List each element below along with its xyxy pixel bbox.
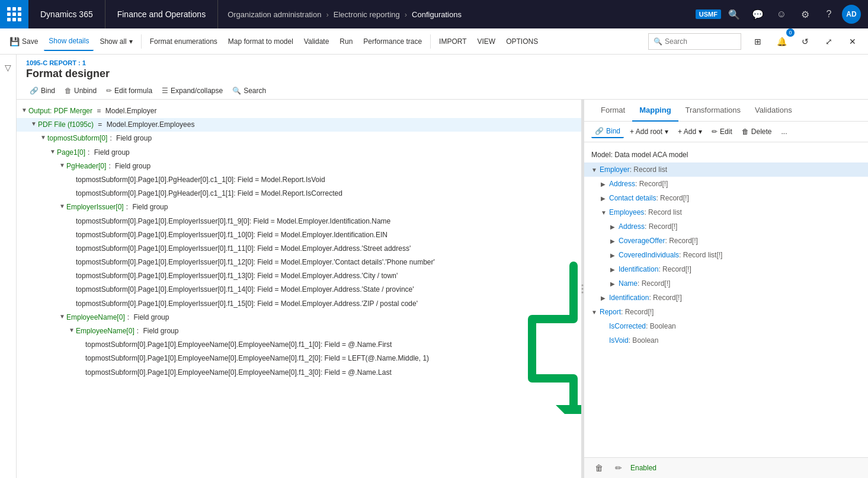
- save-button[interactable]: 💾 Save: [5, 32, 43, 51]
- model-node[interactable]: ▶Address: Record[!]: [584, 177, 868, 191]
- model-node[interactable]: ▼Employees: Record list: [584, 205, 868, 219]
- search-nav-button[interactable]: 🔍: [723, 4, 745, 25]
- tree-node[interactable]: topmostSubform[0].Page1[0].PgHeader[0].c…: [17, 173, 581, 187]
- tree-node[interactable]: ▼Page1[0]: Field group: [17, 146, 581, 160]
- edit-bottom-button[interactable]: ✏: [611, 461, 626, 474]
- delete-right-button[interactable]: 🗑 Delete: [738, 126, 776, 138]
- right-bind-button[interactable]: 🔗 Bind: [591, 125, 624, 138]
- tree-node[interactable]: topmostSubform[0].Page1[0].EmployerIssue…: [17, 215, 581, 228]
- unbind-button[interactable]: 🗑 Unbind: [61, 85, 100, 97]
- link-icon: 🔗: [30, 87, 39, 95]
- model-arrow-icon: ▶: [601, 194, 609, 203]
- expand-collapse-button[interactable]: ☰ Expand/collapse: [158, 85, 226, 97]
- breadcrumb-er[interactable]: Electronic reporting: [334, 10, 400, 19]
- performance-trace-button[interactable]: Performance trace: [358, 32, 427, 51]
- model-node[interactable]: IsVoid: Boolean: [584, 333, 868, 348]
- chat-button[interactable]: 💬: [747, 4, 768, 25]
- notification-count: 0: [786, 28, 795, 37]
- show-all-button[interactable]: Show all ▾: [95, 32, 137, 51]
- breadcrumb-configurations[interactable]: Configurations: [412, 10, 462, 19]
- right-panel: Format Mapping Transformations Validatio…: [584, 100, 868, 478]
- trash-right-icon: 🗑: [742, 128, 749, 136]
- model-node[interactable]: ▼Report: Record[!]: [584, 305, 868, 319]
- bind-button[interactable]: 🔗 Bind: [26, 85, 59, 97]
- close-window-icon[interactable]: ✕: [842, 31, 863, 52]
- right-panel-toolbar: 🔗 Bind + Add root ▾ + Add ▾ ✏ Edit: [584, 122, 868, 142]
- view-button[interactable]: VIEW: [473, 32, 501, 51]
- help-button[interactable]: ?: [818, 4, 840, 25]
- user-avatar[interactable]: AD: [842, 5, 861, 24]
- tree-node[interactable]: ▼EmployerIssuer[0]: Field group: [17, 200, 581, 214]
- right-bottom-toolbar: 🗑 ✏ Enabled: [584, 457, 868, 478]
- import-button[interactable]: IMPORT: [434, 32, 471, 51]
- model-node[interactable]: ▶CoveredIndividuals: Record list[!]: [584, 248, 868, 262]
- validate-button[interactable]: Validate: [299, 32, 334, 51]
- app-grid-button[interactable]: [0, 0, 28, 28]
- model-arrow-icon: ▼: [591, 308, 600, 317]
- tree-node[interactable]: ▼EmployeeName[0]: Field group: [17, 311, 581, 324]
- command-bar: 💾 Save Show details Show all ▾ Format en…: [0, 28, 868, 55]
- more-button[interactable]: ...: [777, 126, 790, 138]
- format-enumerations-button[interactable]: Format enumerations: [145, 32, 222, 51]
- options-button[interactable]: OPTIONS: [501, 32, 543, 51]
- tree-node[interactable]: ▼PgHeader[0]: Field group: [17, 160, 581, 173]
- model-node[interactable]: ▶Name: Record[!]: [584, 276, 868, 291]
- add-button[interactable]: + Add ▾: [674, 126, 706, 138]
- tree-node[interactable]: topmostSubform[0].Page1[0].EmployerIssue…: [17, 283, 581, 297]
- tree-arrow-icon: ▼: [69, 326, 76, 335]
- tree-node[interactable]: topmostSubform[0].Page1[0].EmployeeName[…: [17, 338, 581, 352]
- tree-node[interactable]: topmostSubform[0].Page1[0].EmployerIssue…: [17, 242, 581, 256]
- model-node[interactable]: ▶CoverageOffer: Record[!]: [584, 234, 868, 248]
- model-arrow-icon: ▶: [610, 237, 619, 246]
- search-format-button[interactable]: 🔍 Search: [229, 85, 270, 97]
- tree-node[interactable]: topmostSubform[0].Page1[0].PgHeader[0].c…: [17, 187, 581, 200]
- tree-node[interactable]: topmostSubform[0].Page1[0].EmployeeName[…: [17, 352, 581, 365]
- tree-arrow-icon: ▼: [50, 147, 57, 157]
- model-node[interactable]: ▼Employer: Record list: [584, 162, 868, 177]
- search-small-icon: 🔍: [232, 87, 241, 95]
- refresh-icon[interactable]: ↺: [795, 31, 816, 52]
- tree-node[interactable]: topmostSubform[0].Page1[0].EmployerIssue…: [17, 256, 581, 269]
- content-area: 1095-C REPORT : 1 Format designer 🔗 Bind…: [17, 55, 868, 478]
- delete-bottom-button[interactable]: 🗑: [591, 461, 607, 474]
- model-node[interactable]: ▶Address: Record[!]: [584, 219, 868, 234]
- company-badge[interactable]: USMF: [696, 9, 721, 19]
- tab-transformations[interactable]: Transformations: [678, 100, 748, 122]
- filter-icon[interactable]: ▽: [0, 59, 17, 76]
- tree-node[interactable]: topmostSubform[0].Page1[0].EmployerIssue…: [17, 269, 581, 283]
- model-arrow-icon: ▼: [591, 165, 600, 174]
- run-button[interactable]: Run: [335, 32, 357, 51]
- tab-format[interactable]: Format: [594, 100, 632, 122]
- tree-node[interactable]: ▼EmployeeName[0]: Field group: [17, 324, 581, 338]
- breadcrumb-org[interactable]: Organization administration: [228, 10, 321, 19]
- show-details-button[interactable]: Show details: [44, 32, 94, 51]
- settings-button[interactable]: ⚙: [795, 4, 816, 25]
- nav-right-actions: USMF 🔍 💬 ☺ ⚙ ? AD: [688, 4, 868, 25]
- model-node[interactable]: IsCorrected: Boolean: [584, 319, 868, 333]
- model-node[interactable]: ▶Identification: Record[!]: [584, 262, 868, 276]
- feedback-button[interactable]: ☺: [771, 4, 792, 25]
- edit-formula-button[interactable]: ✏ Edit formula: [103, 85, 156, 97]
- tab-mapping[interactable]: Mapping: [632, 100, 678, 122]
- tree-context-menu[interactable]: ⋮: [567, 384, 576, 396]
- model-arrow-icon: ▶: [610, 279, 619, 288]
- command-search-input[interactable]: [665, 37, 736, 46]
- tree-node[interactable]: topmostSubform[0].Page1[0].EmployerIssue…: [17, 297, 581, 311]
- tree-node[interactable]: ▼Output: PDF Merger = Model.Employer: [17, 104, 581, 118]
- tree-node[interactable]: ▼topmostSubform[0]: Field group: [17, 132, 581, 145]
- map-format-button[interactable]: Map format to model: [223, 32, 298, 51]
- tree-node[interactable]: topmostSubform[0].Page1[0].EmployeeName[…: [17, 366, 581, 380]
- expand-icon: ☰: [162, 87, 168, 95]
- model-arrow-icon: ▼: [601, 208, 609, 217]
- tree-node[interactable]: topmostSubform[0].Page1[0].EmployerIssue…: [17, 228, 581, 242]
- fullscreen-icon[interactable]: ⤢: [818, 31, 840, 52]
- panel-divider[interactable]: [581, 100, 584, 478]
- edit-right-button[interactable]: ✏ Edit: [708, 126, 736, 138]
- model-node[interactable]: ▶Contact details: Record[!]: [584, 191, 868, 205]
- add-root-button[interactable]: + Add root ▾: [626, 126, 672, 138]
- tab-validations[interactable]: Validations: [748, 100, 799, 122]
- tree-node[interactable]: ▼PDF File (f1095c) = Model.Employer.Empl…: [17, 118, 581, 132]
- grid-view-icon[interactable]: ⊞: [747, 31, 768, 52]
- model-node[interactable]: ▶Identification: Record[!]: [584, 291, 868, 305]
- command-search-box[interactable]: 🔍: [648, 33, 741, 50]
